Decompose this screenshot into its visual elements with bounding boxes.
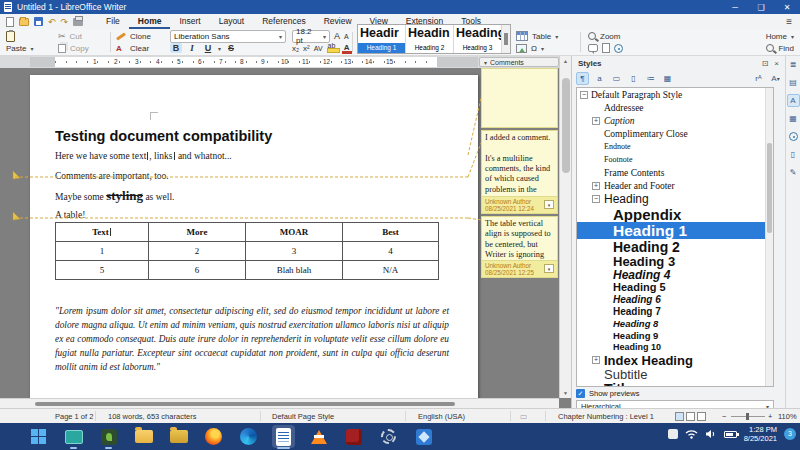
- comment-menu-button[interactable]: ▾: [544, 200, 554, 209]
- style-item[interactable]: Heading 4: [577, 268, 773, 281]
- taskbar-app-green[interactable]: [97, 425, 120, 448]
- multi-page-view-icon[interactable]: [686, 412, 695, 421]
- collapse-icon[interactable]: −: [592, 195, 600, 203]
- maximize-button[interactable]: ❑: [748, 0, 774, 14]
- style-item[interactable]: −Default Paragraph Style: [577, 88, 773, 101]
- special-char-icon[interactable]: Ω: [531, 44, 537, 53]
- horizontal-ruler[interactable]: 1 2 3 4 5 6 7 8 9 10 11 12 13 14 15: [0, 56, 559, 68]
- style-item[interactable]: Heading 5: [577, 281, 773, 293]
- document-page[interactable]: Testing document compatibility Here we h…: [30, 75, 478, 398]
- style-item[interactable]: Footnote: [577, 153, 773, 166]
- properties-tab-icon[interactable]: ▤: [787, 76, 800, 89]
- style-item[interactable]: +Index Heading: [577, 353, 773, 367]
- sidebar-menu-icon[interactable]: ≣: [787, 58, 800, 71]
- page-styles-icon[interactable]: ▯: [627, 72, 640, 85]
- style-gallery-heading2[interactable]: Headin Heading 2: [406, 25, 454, 53]
- expand-icon[interactable]: +: [592, 117, 600, 125]
- underline-caret-icon[interactable]: ▾: [218, 45, 221, 52]
- frame-styles-icon[interactable]: ▭: [610, 72, 623, 85]
- comments-toggle-button[interactable]: ▾ Comments: [479, 57, 559, 67]
- paste-icon[interactable]: [6, 31, 15, 42]
- taskbar-clock[interactable]: 1:28 PM 8/25/2021: [744, 425, 777, 443]
- style-item[interactable]: Heading 10: [577, 341, 773, 353]
- font-size-select[interactable]: 18.2 pt▾: [292, 30, 330, 43]
- firefox-button[interactable]: [202, 425, 225, 448]
- navigator-icon[interactable]: [614, 44, 623, 53]
- zoom-out-button[interactable]: −: [722, 412, 726, 421]
- start-button[interactable]: [27, 425, 50, 448]
- clear-formatting-button[interactable]: AClear: [116, 42, 166, 54]
- font-name-select[interactable]: Liberation Sans▾: [170, 30, 286, 43]
- notification-badge[interactable]: 3: [784, 428, 796, 440]
- comment-menu-button[interactable]: ▾: [544, 264, 554, 273]
- strikethrough-button[interactable]: S: [225, 43, 237, 53]
- file-explorer-button[interactable]: [132, 425, 155, 448]
- scroll-up-icon[interactable]: ▲: [563, 58, 568, 64]
- selection-mode-icon[interactable]: ▭: [520, 412, 527, 421]
- settings-button[interactable]: [377, 425, 400, 448]
- panel-close-icon[interactable]: ×: [774, 59, 779, 68]
- style-item[interactable]: Appendix: [577, 206, 773, 222]
- libreoffice-writer-button[interactable]: [272, 425, 295, 448]
- zoom-button[interactable]: Zoom: [588, 30, 658, 42]
- page-style[interactable]: Default Page Style: [272, 412, 334, 421]
- table-button[interactable]: Table▾: [516, 30, 576, 42]
- new-style-icon[interactable]: A▾: [769, 72, 782, 85]
- style-item[interactable]: Complimentary Close: [577, 127, 773, 140]
- style-item[interactable]: Frame Contents: [577, 166, 773, 179]
- expand-icon[interactable]: +: [592, 182, 600, 190]
- shrink-font-icon[interactable]: A: [344, 33, 349, 40]
- gallery-tab-icon[interactable]: ▦: [787, 112, 800, 125]
- char-spacing-icon[interactable]: AV: [314, 45, 323, 52]
- style-item[interactable]: Addressee: [577, 101, 773, 114]
- book-view-icon[interactable]: [697, 412, 706, 421]
- edge-button[interactable]: [237, 425, 260, 448]
- word-count[interactable]: 108 words, 653 characters: [108, 412, 196, 421]
- insert-image-icon[interactable]: [516, 44, 527, 53]
- grow-font-icon[interactable]: A: [334, 31, 340, 41]
- taskbar-app-display[interactable]: [62, 425, 85, 448]
- underline-button[interactable]: U: [202, 43, 214, 53]
- italic-button[interactable]: I: [186, 43, 198, 53]
- expand-icon[interactable]: +: [592, 356, 600, 364]
- paste-caret-icon[interactable]: ▾: [30, 45, 33, 52]
- style-item[interactable]: Heading 2: [577, 239, 773, 254]
- panel-float-icon[interactable]: ⊡: [762, 59, 769, 68]
- style-item[interactable]: Heading 3: [577, 254, 773, 268]
- style-item[interactable]: Endnote: [577, 140, 773, 153]
- style-gallery-heading1[interactable]: Headir Heading 1: [358, 25, 406, 53]
- style-item[interactable]: +Header and Footer: [577, 179, 773, 192]
- print-icon[interactable]: [73, 18, 83, 26]
- collapse-icon[interactable]: −: [580, 91, 588, 99]
- new-document-icon[interactable]: [6, 17, 14, 27]
- redo-icon[interactable]: ↷: [61, 17, 69, 27]
- list-styles-icon[interactable]: ≔: [644, 72, 657, 85]
- style-item-selected[interactable]: Heading 1: [577, 222, 773, 239]
- scroll-down-icon[interactable]: ▼: [563, 390, 568, 396]
- vertical-scrollbar-thumb[interactable]: [562, 78, 570, 173]
- paste-button[interactable]: Paste▾: [6, 42, 58, 54]
- menu-review[interactable]: Review: [315, 15, 361, 29]
- menu-insert[interactable]: Insert: [170, 15, 209, 29]
- style-item[interactable]: Heading 8: [577, 317, 773, 329]
- style-item[interactable]: Heading 7: [577, 305, 773, 317]
- page-break-icon[interactable]: [602, 43, 610, 53]
- highlight-color-icon[interactable]: [327, 43, 338, 53]
- styles-list-scrollbar[interactable]: [765, 88, 773, 386]
- undo-icon[interactable]: ↶: [48, 17, 56, 27]
- copy-button[interactable]: Copy: [58, 42, 106, 54]
- style-item[interactable]: +Caption: [577, 114, 773, 127]
- cut-button[interactable]: ✂Cut: [58, 30, 106, 42]
- special-char-caret-icon[interactable]: ▾: [541, 45, 544, 52]
- save-icon[interactable]: [34, 17, 43, 26]
- font-color-icon[interactable]: A: [342, 43, 352, 53]
- document-area[interactable]: Testing document compatibility Here we h…: [0, 68, 559, 398]
- vlc-button[interactable]: [307, 425, 330, 448]
- subscript-button[interactable]: x₂: [292, 44, 299, 53]
- minimize-button[interactable]: ─: [722, 0, 748, 14]
- zoom-in-button[interactable]: +: [768, 412, 772, 421]
- menu-layout[interactable]: Layout: [210, 15, 254, 29]
- style-item[interactable]: Heading 6: [577, 293, 773, 305]
- close-button[interactable]: ✕: [774, 0, 800, 14]
- page-count[interactable]: Page 1 of 2: [55, 412, 93, 421]
